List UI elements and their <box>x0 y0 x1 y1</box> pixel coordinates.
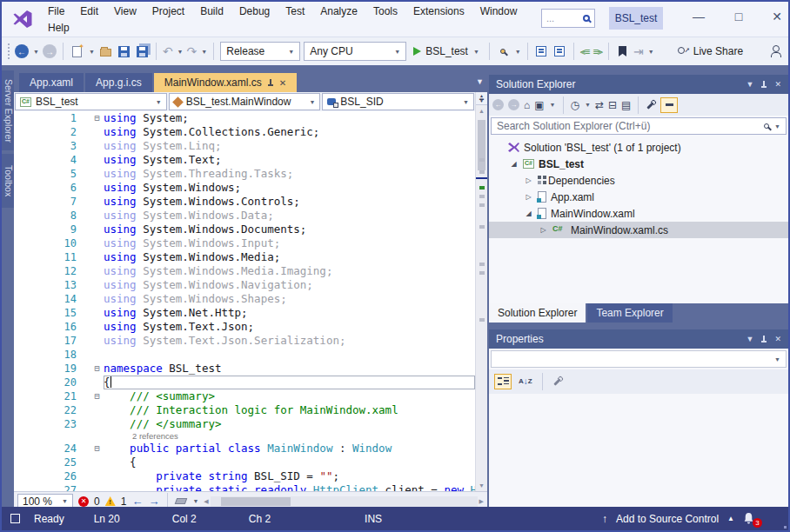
warning-count[interactable]: 1 <box>121 495 127 508</box>
tree-item-app-xaml[interactable]: ▷App.xaml <box>489 189 788 205</box>
menu-project[interactable]: Project <box>144 3 192 19</box>
tree-item-dependencies[interactable]: ▷Dependencies <box>489 172 788 189</box>
scroll-down-icon[interactable]: ▼ <box>476 480 487 491</box>
member-dropdown[interactable]: BSL_SID ▼ <box>322 93 474 110</box>
menu-extensions[interactable]: Extensions <box>405 3 472 19</box>
project-dropdown[interactable]: BSL_test ▼ <box>15 93 167 110</box>
tree-item-solution-bsl-test-1-of-1-project[interactable]: Solution 'BSL_test' (1 of 1 project) <box>489 139 788 156</box>
panel-tab-solution-explorer[interactable]: Solution Explorer <box>489 303 586 323</box>
menu-help[interactable]: Help <box>40 20 77 36</box>
redo-dropdown[interactable]: ▼ <box>201 49 207 55</box>
highlight-tool-icon[interactable] <box>175 498 188 504</box>
code-line-26[interactable]: 26 private string BSL_SID = ""; <box>14 469 475 483</box>
scroll-left-icon[interactable]: ◀ <box>204 495 208 507</box>
maximize-button[interactable]: □ <box>726 5 752 28</box>
type-dropdown[interactable]: BSL_test.MainWindow ▼ <box>169 93 321 110</box>
code-line-22[interactable]: 22 /// Interaction logic for MainWindow.… <box>14 403 475 417</box>
scroll-up-icon[interactable]: ▲ <box>476 105 487 116</box>
increase-indent-icon[interactable]: ≡⫸ <box>592 46 602 57</box>
chevron-down-icon[interactable]: ▼ <box>585 102 591 108</box>
minimize-button[interactable]: — <box>686 5 712 28</box>
solution-explorer-title-bar[interactable]: Solution Explorer ▼ ✕ <box>489 75 788 94</box>
platform-dropdown[interactable]: Any CPU▼ <box>304 42 406 61</box>
pending-changes-filter-icon[interactable]: ◷ <box>571 100 579 110</box>
vertical-scrollbar[interactable]: ▲▬▼ ▲ ▼ <box>475 92 487 491</box>
decrease-indent-icon[interactable]: ⫷≡ <box>580 46 590 57</box>
code-line-15[interactable]: 15using System.Net.Http; <box>14 306 475 320</box>
new-file-icon[interactable] <box>70 44 84 58</box>
menu-edit[interactable]: Edit <box>72 3 106 19</box>
new-file-dropdown[interactable]: ▼ <box>89 49 95 55</box>
document-tab-app-xaml[interactable]: App.xaml <box>19 73 84 92</box>
live-share-label[interactable]: Live Share <box>693 45 743 57</box>
run-dropdown[interactable]: ▼ <box>473 49 479 55</box>
server-explorer-tab[interactable]: Server Explorer <box>2 70 14 150</box>
categorized-toggle[interactable] <box>494 374 512 389</box>
redo-icon[interactable]: ↷ <box>187 45 198 57</box>
menu-analyze[interactable]: Analyze <box>312 3 365 19</box>
property-pages-wrench-icon[interactable] <box>552 376 563 387</box>
sort-alphabetical-icon[interactable]: A↓Z <box>519 377 532 386</box>
scrollbar-thumb[interactable] <box>221 497 291 506</box>
find-in-files-icon[interactable] <box>496 44 511 58</box>
scrollbar-thumb[interactable] <box>478 120 485 170</box>
sync-with-active-document-icon[interactable]: ⇄ <box>595 100 604 110</box>
expander-collapsed-icon[interactable]: ▷ <box>539 226 548 234</box>
properties-object-dropdown[interactable]: ▼ <box>491 350 787 368</box>
preview-selected-items-icon[interactable]: ▤ <box>621 100 631 110</box>
code-line-3[interactable]: 3using System.Linq; <box>14 139 475 153</box>
collapse-region-icon[interactable]: ⊟ <box>90 442 104 456</box>
error-icon[interactable]: ✕ <box>78 496 89 507</box>
code-line-2[interactable]: 2using System.Collections.Generic; <box>14 125 475 139</box>
code-line-5[interactable]: 5using System.Threading.Tasks; <box>14 167 475 181</box>
toolbar-grip[interactable] <box>7 43 11 60</box>
code-line-19[interactable]: 19⊟namespace BSL_test <box>14 362 475 376</box>
bookmark-nav-icon[interactable]: ⇥ <box>633 45 644 57</box>
solution-search-input[interactable]: Search Solution Explorer (Ctrl+ü) ▼ <box>491 117 787 135</box>
close-icon[interactable]: ✕ <box>279 78 286 88</box>
code-line-12[interactable]: 12using System.Windows.Media.Imaging; <box>14 264 475 278</box>
menu-debug[interactable]: Debug <box>231 3 278 19</box>
comment-lines-icon[interactable] <box>534 44 549 58</box>
tree-item-bsl-test[interactable]: ◢BSL_test <box>489 156 788 172</box>
toolbar-overflow-dropdown[interactable]: ▼ <box>648 49 654 55</box>
pin-icon[interactable] <box>760 80 767 89</box>
chevron-down-icon[interactable]: ▼ <box>774 123 780 130</box>
navigate-back-icon[interactable]: ← <box>15 44 29 58</box>
start-debugging-button[interactable]: BSL_test ▼ <box>410 45 483 57</box>
add-to-source-control[interactable]: Add to Source Control <box>616 513 719 525</box>
collapse-region-icon[interactable]: ⊟ <box>90 389 104 403</box>
code-line-4[interactable]: 4using System.Text; <box>14 153 475 167</box>
code-line-17[interactable]: 17using System.Text.Json.Serialization; <box>14 334 475 348</box>
chevron-down-icon[interactable]: ▼ <box>192 498 198 504</box>
home-icon[interactable]: ⌂ <box>524 100 530 110</box>
save-icon[interactable] <box>117 44 131 58</box>
scrollbar-track[interactable] <box>211 496 478 507</box>
document-tab-app-g-i-cs[interactable]: App.g.i.cs <box>85 73 152 92</box>
undo-icon[interactable]: ↶ <box>163 45 173 57</box>
sign-in-user-icon[interactable] <box>768 44 783 58</box>
tab-overflow-icon[interactable]: ▼ <box>476 77 484 86</box>
codelens-references[interactable]: 2 references <box>14 431 475 442</box>
warning-icon[interactable]: ! <box>105 496 116 506</box>
properties-wrench-icon[interactable] <box>646 100 656 110</box>
navigate-back-dropdown[interactable]: ▼ <box>33 49 39 55</box>
code-line-23[interactable]: 23 /// </summary> <box>14 417 475 431</box>
tree-item-mainwindow-xaml-cs[interactable]: ▷MainWindow.xaml.cs <box>489 222 788 238</box>
properties-title-bar[interactable]: Properties ▼ ✕ <box>489 329 788 349</box>
expander-expanded-icon[interactable]: ◢ <box>509 160 519 168</box>
collapse-region-icon[interactable]: ⊟ <box>90 111 104 125</box>
configuration-dropdown[interactable]: Release▼ <box>220 42 300 61</box>
code-line-20[interactable]: 20{ <box>14 376 475 389</box>
window-menu-icon[interactable]: ▼ <box>746 80 754 89</box>
code-line-18[interactable]: 18 <box>14 348 475 362</box>
close-icon[interactable]: ✕ <box>774 335 781 343</box>
code-line-9[interactable]: 9using System.Windows.Documents; <box>14 223 475 236</box>
chevron-down-icon[interactable]: ▼ <box>550 102 556 108</box>
forward-icon[interactable]: → <box>508 99 519 110</box>
menu-test[interactable]: Test <box>278 3 312 19</box>
menu-window[interactable]: Window <box>472 3 526 19</box>
code-editor[interactable]: 1⊟using System;2using System.Collections… <box>14 111 475 491</box>
code-line-27[interactable]: 27 private static readonly HttpClient cl… <box>14 483 475 491</box>
close-icon[interactable]: ✕ <box>774 80 781 89</box>
